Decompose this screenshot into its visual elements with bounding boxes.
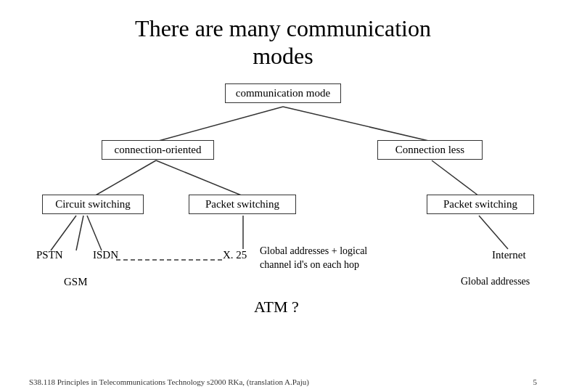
svg-line-6 [87,216,102,250]
node-root: communication mode [225,83,341,103]
node-packet-switching-right: Packet switching [427,195,534,214]
node-packet-switching-left: Packet switching [189,195,296,214]
tree-container: communication mode connection-oriented C… [29,83,537,330]
atm-label: ATM ? [254,298,299,317]
x25-description: Global addresses + logical channel id's … [260,245,390,272]
title-line2: modes [253,43,313,69]
svg-line-5 [51,216,76,250]
svg-line-10 [479,216,508,249]
slide: There are many communication modes [0,0,566,392]
svg-line-3 [156,160,243,196]
internet-description: Global addresses [461,276,530,287]
svg-line-4 [432,160,479,196]
svg-line-0 [156,107,283,142]
slide-title: There are many communication modes [29,15,537,70]
node-gsm: GSM [64,276,88,288]
footer-left: S38.118 Principles in Telecommunications… [29,377,309,386]
title-line1: There are many communication [135,15,431,41]
node-circuit-switching: Circuit switching [42,195,144,214]
node-connection-less: Connection less [377,140,483,160]
svg-line-1 [283,107,432,142]
footer: S38.118 Principles in Telecommunications… [29,377,537,386]
footer-right: 5 [533,377,538,386]
node-pstn: PSTN [36,249,63,261]
node-internet: Internet [492,249,526,261]
node-connection-oriented: connection-oriented [102,140,214,160]
gsm-label: GSM [64,276,88,287]
svg-line-2 [94,160,156,196]
node-x25: X. 25 [223,249,247,261]
svg-line-7 [76,216,83,250]
node-isdn: ISDN [93,249,118,261]
